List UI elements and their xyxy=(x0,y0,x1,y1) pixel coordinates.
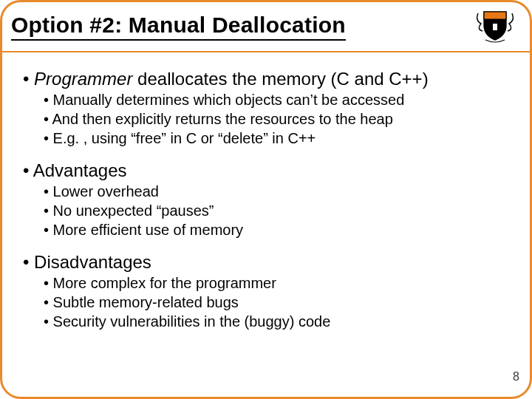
slide-title: Option #2: Manual Deallocation xyxy=(11,13,346,41)
bullet-text: Programmer deallocates the memory (C and… xyxy=(34,69,429,89)
slide-content: • Programmer deallocates the memory (C a… xyxy=(23,63,515,388)
bullet-text: E.g. , using “free” in C or “delete” in … xyxy=(53,130,316,146)
bullet-dot-icon: • xyxy=(44,222,53,238)
bullet-text: No unexpected “pauses” xyxy=(53,202,214,219)
bullet-level2: • Security vulnerabilities in the (buggy… xyxy=(44,313,515,330)
bullet-dot-icon: • xyxy=(23,160,33,180)
bullet-level1: • Programmer deallocates the memory (C a… xyxy=(23,69,515,89)
bullet-text: Subtle memory-related bugs xyxy=(53,294,239,310)
bullet-dot-icon: • xyxy=(44,202,53,219)
page-number: 8 xyxy=(513,370,519,383)
bullet-dot-icon: • xyxy=(44,92,53,108)
bullet-level2: • No unexpected “pauses” xyxy=(44,202,515,219)
princeton-shield-icon xyxy=(474,7,516,46)
bullet-dot-icon: • xyxy=(44,275,53,291)
bullet-text: Manually determines which objects can’t … xyxy=(53,92,405,108)
bullet-level2: • E.g. , using “free” in C or “delete” i… xyxy=(44,130,515,147)
bullet-level2: • Lower overhead xyxy=(44,183,515,200)
bullet-text: And then explicitly returns the resource… xyxy=(52,111,392,127)
sub-bullets: • Lower overhead • No unexpected “pauses… xyxy=(44,183,515,239)
slide-frame: Option #2: Manual Deallocation • Program… xyxy=(0,0,532,399)
sub-bullets: • Manually determines which objects can’… xyxy=(44,92,515,147)
bullet-text: Security vulnerabilities in the (buggy) … xyxy=(53,313,331,330)
bullet-dot-icon: • xyxy=(44,183,53,200)
bullet-level2: • More efficient use of memory xyxy=(44,222,515,239)
bullet-level2: • And then explicitly returns the resour… xyxy=(44,111,515,128)
bullet-text: More complex for the programmer xyxy=(53,275,276,291)
bullet-dot-icon: • xyxy=(23,252,34,272)
bullet-dot-icon: • xyxy=(23,69,34,89)
bullet-level1: • Advantages xyxy=(23,160,515,181)
bullet-text: Lower overhead xyxy=(53,183,159,200)
bullet-dot-icon: • xyxy=(44,130,53,146)
svg-rect-0 xyxy=(493,24,497,30)
bullet-text: Disadvantages xyxy=(34,252,151,272)
bullet-level2: • Subtle memory-related bugs xyxy=(44,294,515,311)
bullet-dot-icon: • xyxy=(44,111,52,127)
title-separator xyxy=(2,51,530,52)
bullet-dot-icon: • xyxy=(44,313,53,330)
bullet-level2: • More complex for the programmer xyxy=(44,275,515,292)
bullet-dot-icon: • xyxy=(44,294,53,310)
bullet-text: Advantages xyxy=(33,160,127,180)
bullet-level1: • Disadvantages xyxy=(23,252,515,273)
bullet-level2: • Manually determines which objects can’… xyxy=(44,92,515,109)
bullet-text: More efficient use of memory xyxy=(53,222,244,238)
sub-bullets: • More complex for the programmer • Subt… xyxy=(44,275,515,330)
title-bar: Option #2: Manual Deallocation xyxy=(11,7,521,47)
